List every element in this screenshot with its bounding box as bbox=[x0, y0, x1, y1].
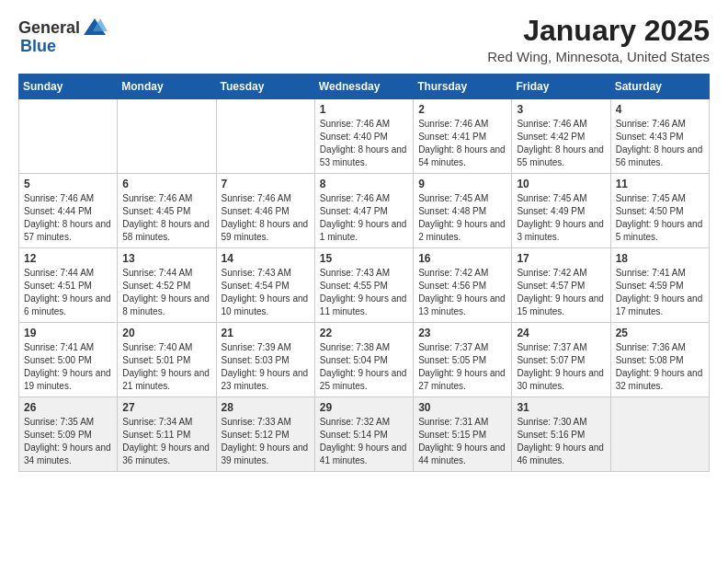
day-info: Sunrise: 7:46 AM Sunset: 4:45 PM Dayligh… bbox=[122, 192, 210, 244]
day-info: Sunrise: 7:46 AM Sunset: 4:44 PM Dayligh… bbox=[24, 192, 112, 244]
day-info: Sunrise: 7:46 AM Sunset: 4:43 PM Dayligh… bbox=[616, 118, 704, 169]
calendar-cell: 29Sunrise: 7:32 AM Sunset: 5:14 PM Dayli… bbox=[314, 397, 413, 472]
day-number: 29 bbox=[320, 401, 408, 414]
day-number: 25 bbox=[616, 327, 704, 339]
calendar-cell: 23Sunrise: 7:37 AM Sunset: 5:05 PM Dayli… bbox=[414, 323, 512, 397]
location-title: Red Wing, Minnesota, United States bbox=[487, 49, 710, 64]
calendar-cell: 13Sunrise: 7:44 AM Sunset: 4:52 PM Dayli… bbox=[118, 248, 216, 323]
calendar-cell: 17Sunrise: 7:42 AM Sunset: 4:57 PM Dayli… bbox=[512, 248, 610, 323]
day-info: Sunrise: 7:43 AM Sunset: 4:55 PM Dayligh… bbox=[320, 267, 408, 318]
calendar-cell bbox=[216, 99, 314, 174]
day-number: 28 bbox=[222, 401, 310, 414]
day-info: Sunrise: 7:46 AM Sunset: 4:41 PM Dayligh… bbox=[418, 118, 506, 169]
calendar-cell: 30Sunrise: 7:31 AM Sunset: 5:15 PM Dayli… bbox=[414, 397, 512, 472]
calendar-cell: 18Sunrise: 7:41 AM Sunset: 4:59 PM Dayli… bbox=[610, 248, 709, 323]
day-number: 9 bbox=[418, 178, 506, 190]
col-tuesday: Tuesday bbox=[216, 75, 314, 99]
day-number: 1 bbox=[320, 103, 408, 116]
day-info: Sunrise: 7:42 AM Sunset: 4:56 PM Dayligh… bbox=[418, 267, 506, 318]
day-info: Sunrise: 7:37 AM Sunset: 5:07 PM Dayligh… bbox=[517, 341, 605, 393]
day-info: Sunrise: 7:31 AM Sunset: 5:15 PM Dayligh… bbox=[418, 416, 506, 467]
day-number: 30 bbox=[418, 401, 506, 414]
day-number: 20 bbox=[122, 327, 210, 339]
calendar-cell: 10Sunrise: 7:45 AM Sunset: 4:49 PM Dayli… bbox=[512, 174, 610, 248]
col-saturday: Saturday bbox=[610, 75, 709, 99]
calendar-cell bbox=[118, 99, 216, 174]
day-info: Sunrise: 7:39 AM Sunset: 5:03 PM Dayligh… bbox=[222, 341, 310, 393]
day-number: 19 bbox=[24, 327, 112, 339]
day-number: 22 bbox=[320, 327, 408, 339]
header: General Blue January 2025 Red Wing, Minn… bbox=[18, 15, 710, 64]
calendar-cell: 15Sunrise: 7:43 AM Sunset: 4:55 PM Dayli… bbox=[314, 248, 413, 323]
calendar-cell: 16Sunrise: 7:42 AM Sunset: 4:56 PM Dayli… bbox=[414, 248, 512, 323]
calendar-cell bbox=[610, 397, 709, 472]
calendar-cell: 31Sunrise: 7:30 AM Sunset: 5:16 PM Dayli… bbox=[512, 397, 610, 472]
day-number: 18 bbox=[616, 252, 704, 265]
calendar-cell: 12Sunrise: 7:44 AM Sunset: 4:51 PM Dayli… bbox=[19, 248, 118, 323]
day-info: Sunrise: 7:41 AM Sunset: 5:00 PM Dayligh… bbox=[24, 341, 112, 393]
day-number: 8 bbox=[320, 178, 408, 190]
col-friday: Friday bbox=[512, 75, 610, 99]
calendar-cell: 8Sunrise: 7:46 AM Sunset: 4:47 PM Daylig… bbox=[314, 174, 413, 248]
day-info: Sunrise: 7:34 AM Sunset: 5:11 PM Dayligh… bbox=[122, 416, 210, 467]
calendar-cell: 26Sunrise: 7:35 AM Sunset: 5:09 PM Dayli… bbox=[19, 397, 118, 472]
day-info: Sunrise: 7:40 AM Sunset: 5:01 PM Dayligh… bbox=[122, 341, 210, 393]
calendar-table: Sunday Monday Tuesday Wednesday Thursday… bbox=[18, 74, 710, 472]
logo-general-text: General bbox=[18, 18, 80, 38]
calendar-cell: 21Sunrise: 7:39 AM Sunset: 5:03 PM Dayli… bbox=[216, 323, 314, 397]
day-number: 27 bbox=[122, 401, 210, 414]
day-number: 24 bbox=[517, 327, 605, 339]
calendar-cell: 19Sunrise: 7:41 AM Sunset: 5:00 PM Dayli… bbox=[19, 323, 118, 397]
day-number: 17 bbox=[517, 252, 605, 265]
day-number: 23 bbox=[418, 327, 506, 339]
calendar-cell: 4Sunrise: 7:46 AM Sunset: 4:43 PM Daylig… bbox=[610, 99, 709, 174]
day-number: 2 bbox=[418, 103, 506, 116]
calendar-cell: 7Sunrise: 7:46 AM Sunset: 4:46 PM Daylig… bbox=[216, 174, 314, 248]
calendar-cell: 1Sunrise: 7:46 AM Sunset: 4:40 PM Daylig… bbox=[314, 99, 413, 174]
calendar-cell: 27Sunrise: 7:34 AM Sunset: 5:11 PM Dayli… bbox=[118, 397, 216, 472]
day-info: Sunrise: 7:45 AM Sunset: 4:49 PM Dayligh… bbox=[517, 192, 605, 244]
day-info: Sunrise: 7:30 AM Sunset: 5:16 PM Dayligh… bbox=[517, 416, 605, 467]
day-number: 13 bbox=[122, 252, 210, 265]
day-number: 7 bbox=[222, 178, 310, 190]
calendar-cell bbox=[19, 99, 118, 174]
day-info: Sunrise: 7:45 AM Sunset: 4:50 PM Dayligh… bbox=[616, 192, 704, 244]
calendar-cell: 14Sunrise: 7:43 AM Sunset: 4:54 PM Dayli… bbox=[216, 248, 314, 323]
day-number: 14 bbox=[222, 252, 310, 265]
calendar-cell: 6Sunrise: 7:46 AM Sunset: 4:45 PM Daylig… bbox=[118, 174, 216, 248]
col-wednesday: Wednesday bbox=[314, 75, 413, 99]
day-number: 10 bbox=[517, 178, 605, 190]
day-info: Sunrise: 7:32 AM Sunset: 5:14 PM Dayligh… bbox=[320, 416, 408, 467]
day-info: Sunrise: 7:46 AM Sunset: 4:42 PM Dayligh… bbox=[517, 118, 605, 169]
page-container: General Blue January 2025 Red Wing, Minn… bbox=[0, 0, 728, 481]
calendar-cell: 22Sunrise: 7:38 AM Sunset: 5:04 PM Dayli… bbox=[314, 323, 413, 397]
calendar-cell: 5Sunrise: 7:46 AM Sunset: 4:44 PM Daylig… bbox=[19, 174, 118, 248]
title-block: January 2025 Red Wing, Minnesota, United… bbox=[487, 15, 710, 64]
day-number: 26 bbox=[24, 401, 112, 414]
day-info: Sunrise: 7:38 AM Sunset: 5:04 PM Dayligh… bbox=[320, 341, 408, 393]
logo-icon bbox=[82, 15, 108, 40]
day-info: Sunrise: 7:44 AM Sunset: 4:51 PM Dayligh… bbox=[24, 267, 112, 318]
calendar-header-row: Sunday Monday Tuesday Wednesday Thursday… bbox=[19, 75, 710, 99]
day-number: 31 bbox=[517, 401, 605, 414]
day-number: 16 bbox=[418, 252, 506, 265]
day-number: 5 bbox=[24, 178, 112, 190]
day-info: Sunrise: 7:42 AM Sunset: 4:57 PM Dayligh… bbox=[517, 267, 605, 318]
day-info: Sunrise: 7:36 AM Sunset: 5:08 PM Dayligh… bbox=[616, 341, 704, 393]
calendar-cell: 9Sunrise: 7:45 AM Sunset: 4:48 PM Daylig… bbox=[414, 174, 512, 248]
day-info: Sunrise: 7:44 AM Sunset: 4:52 PM Dayligh… bbox=[122, 267, 210, 318]
day-number: 4 bbox=[616, 103, 704, 116]
day-number: 3 bbox=[517, 103, 605, 116]
calendar-week-row-1: 1Sunrise: 7:46 AM Sunset: 4:40 PM Daylig… bbox=[19, 99, 710, 174]
day-number: 21 bbox=[222, 327, 310, 339]
col-monday: Monday bbox=[118, 75, 216, 99]
month-title: January 2025 bbox=[487, 15, 710, 47]
calendar-week-row-5: 26Sunrise: 7:35 AM Sunset: 5:09 PM Dayli… bbox=[19, 397, 710, 472]
day-info: Sunrise: 7:41 AM Sunset: 4:59 PM Dayligh… bbox=[616, 267, 704, 318]
calendar-cell: 20Sunrise: 7:40 AM Sunset: 5:01 PM Dayli… bbox=[118, 323, 216, 397]
calendar-week-row-3: 12Sunrise: 7:44 AM Sunset: 4:51 PM Dayli… bbox=[19, 248, 710, 323]
day-info: Sunrise: 7:46 AM Sunset: 4:46 PM Dayligh… bbox=[222, 192, 310, 244]
day-info: Sunrise: 7:35 AM Sunset: 5:09 PM Dayligh… bbox=[24, 416, 112, 467]
logo: General Blue bbox=[18, 15, 109, 56]
calendar-cell: 3Sunrise: 7:46 AM Sunset: 4:42 PM Daylig… bbox=[512, 99, 610, 174]
